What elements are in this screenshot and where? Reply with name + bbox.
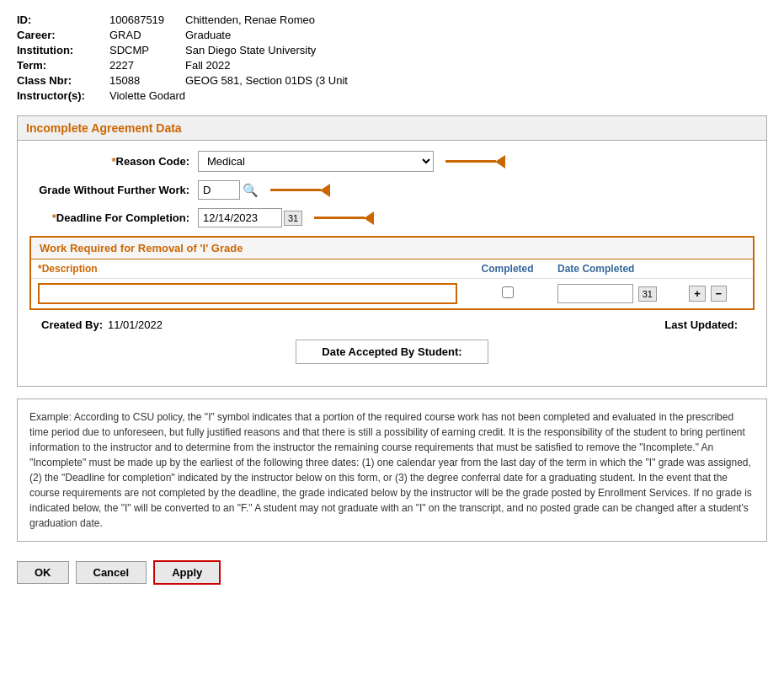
date-accepted-row: Date Accepted By Student: (29, 336, 755, 376)
arrow-deadline (314, 211, 374, 225)
action-col-header (680, 259, 753, 279)
work-panel-header: Work Required for Removal of 'I' Grade (31, 238, 753, 259)
class-row: Class Nbr: 15088 GEOG 581, Section 01DS … (17, 74, 767, 87)
reason-code-label: *Reason Code: (29, 155, 198, 168)
incomplete-agreement-panel: Incomplete Agreement Data *Reason Code: … (17, 115, 767, 387)
grade-label: Grade Without Further Work: (29, 184, 198, 196)
deadline-label-text: Deadline For Completion: (56, 211, 189, 224)
date-accepted-box: Date Accepted By Student: (296, 340, 488, 364)
career-row: Career: GRAD Graduate (17, 29, 767, 41)
student-id-row: ID: 100687519 Chittenden, Renae Romeo (17, 13, 767, 26)
institution-name: San Diego State University (185, 44, 767, 56)
deadline-control: 31 (198, 208, 755, 227)
disclaimer-box: Example: According to CSU policy, the "I… (17, 399, 767, 542)
date-completed-cell: 31 (551, 279, 680, 309)
description-col-header: *Description (31, 259, 464, 279)
institution-row: Institution: SDCMP San Diego State Unive… (17, 44, 767, 56)
date-completed-calendar-button[interactable]: 31 (638, 286, 657, 302)
grade-row: Grade Without Further Work: 🔍 (29, 180, 755, 200)
grade-control: 🔍 (198, 180, 755, 200)
arrow-grade (270, 183, 330, 197)
work-panel-title: Work Required for Removal of 'I' Grade (40, 242, 243, 254)
date-accepted-label: Date Accepted By Student: (322, 345, 461, 358)
student-info: ID: 100687519 Chittenden, Renae Romeo Ca… (17, 13, 767, 102)
reason-label-text: Reason Code: (116, 155, 189, 168)
id-name: Chittenden, Renae Romeo (185, 13, 767, 26)
last-updated-label: Last Updated: (664, 318, 738, 331)
career-name: Graduate (185, 29, 767, 41)
instructor-row: Instructor(s): Violette Godard (17, 89, 767, 102)
term-name: Fall 2022 (185, 59, 767, 72)
reason-code-control: Medical Personal Academic Other (198, 151, 755, 172)
description-input[interactable] (38, 283, 457, 304)
term-code: 2227 (109, 59, 185, 72)
work-required-panel: Work Required for Removal of 'I' Grade *… (29, 236, 755, 310)
arrow-reason-code (445, 154, 505, 168)
created-by-label: Created By: (41, 318, 103, 331)
career-label: Career: (17, 29, 109, 41)
apply-button[interactable]: Apply (153, 560, 221, 585)
class-name: GEOG 581, Section 01DS (3 Unit (185, 74, 767, 87)
reason-code-select[interactable]: Medical Personal Academic Other (198, 151, 434, 172)
career-code: GRAD (109, 29, 185, 41)
created-by-field: Created By: 11/01/2022 (41, 318, 163, 331)
reason-code-row: *Reason Code: Medical Personal Academic … (29, 151, 755, 172)
deadline-calendar-button[interactable]: 31 (284, 211, 302, 226)
bottom-left: Created By: 11/01/2022 (41, 318, 163, 331)
panel-title: Incomplete Agreement Data (26, 121, 182, 135)
instructor-name: Violette Godard (109, 89, 767, 102)
description-cell (31, 279, 464, 309)
completed-cell (464, 279, 551, 309)
table-row: 31 + − (31, 279, 753, 309)
work-table: *Description Completed Date Completed (31, 259, 753, 308)
disclaimer-text: Example: According to CSU policy, the "I… (29, 411, 752, 529)
id-label: ID: (17, 13, 109, 26)
add-row-button[interactable]: + (689, 286, 706, 302)
completed-col-header: Completed (464, 259, 551, 279)
bottom-right: Last Updated: (664, 318, 743, 331)
grade-search-button[interactable]: 🔍 (243, 183, 259, 198)
panel-body: *Reason Code: Medical Personal Academic … (18, 141, 766, 386)
id-value: 100687519 (109, 13, 185, 26)
panel-header: Incomplete Agreement Data (18, 116, 766, 141)
date-completed-col-header: Date Completed (551, 259, 680, 279)
deadline-label: *Deadline For Completion: (29, 211, 198, 224)
footer-buttons: OK Cancel Apply (17, 554, 767, 591)
ok-button[interactable]: OK (17, 561, 69, 584)
class-code: 15088 (109, 74, 185, 87)
deadline-input[interactable] (198, 208, 282, 227)
class-label: Class Nbr: (17, 74, 109, 87)
row-actions-cell: + − (680, 279, 753, 309)
grade-input[interactable] (198, 180, 240, 200)
cancel-button[interactable]: Cancel (76, 561, 147, 584)
institution-code: SDCMP (109, 44, 185, 56)
remove-row-button[interactable]: − (711, 286, 728, 302)
created-by-value: 11/01/2022 (108, 318, 163, 331)
deadline-row: *Deadline For Completion: 31 (29, 208, 755, 227)
date-completed-input[interactable] (557, 284, 633, 303)
term-label: Term: (17, 59, 109, 72)
institution-label: Institution: (17, 44, 109, 56)
bottom-info: Created By: 11/01/2022 Last Updated: (29, 310, 755, 336)
instructor-label: Instructor(s): (17, 89, 109, 102)
last-updated-field: Last Updated: (664, 318, 743, 331)
work-table-header-row: *Description Completed Date Completed (31, 259, 753, 279)
completed-checkbox[interactable] (502, 286, 514, 298)
term-row: Term: 2227 Fall 2022 (17, 59, 767, 72)
